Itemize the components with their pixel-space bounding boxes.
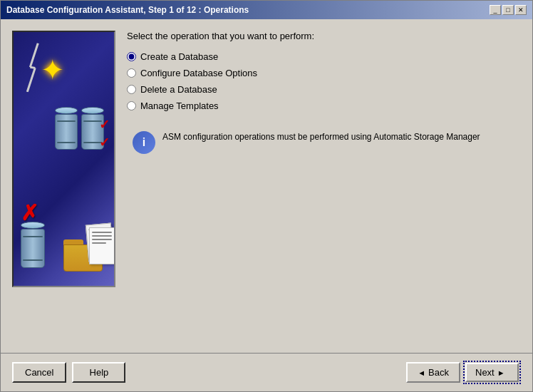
right-buttons: ◄ Back Next ► xyxy=(406,361,521,384)
option-create[interactable]: Create a Database xyxy=(127,51,521,62)
window-controls: _ □ ✕ xyxy=(490,5,527,15)
minimize-button[interactable]: _ xyxy=(490,5,501,15)
close-button[interactable]: ✕ xyxy=(515,5,527,15)
label-manage: Manage Templates xyxy=(140,100,219,111)
window-content: ✦ xyxy=(1,19,532,391)
image-panel: ✦ xyxy=(12,31,115,287)
title-bar: Database Configuration Assistant, Step 1… xyxy=(1,1,532,19)
next-label: Next xyxy=(475,367,495,378)
docs-icon xyxy=(90,231,115,268)
next-arrow-icon: ► xyxy=(497,368,505,377)
info-text: ASM configuration operations must be per… xyxy=(162,131,480,143)
barrel-group-top xyxy=(55,107,104,150)
next-button[interactable]: Next ► xyxy=(465,363,519,382)
main-window: Database Configuration Assistant, Step 1… xyxy=(0,0,533,392)
info-box: i ASM configuration operations must be p… xyxy=(127,125,521,160)
back-label: Back xyxy=(428,367,449,378)
left-buttons: Cancel Help xyxy=(12,362,125,383)
back-arrow-icon: ◄ xyxy=(418,368,425,377)
image-panel-inner: ✦ xyxy=(14,32,114,286)
next-button-wrapper: Next ► xyxy=(463,361,521,384)
barrel-with-x: ✗ xyxy=(21,215,45,268)
cancel-button[interactable]: Cancel xyxy=(12,362,66,383)
svg-line-2 xyxy=(27,68,35,93)
x-icon: ✗ xyxy=(21,200,38,225)
radio-manage[interactable] xyxy=(127,101,136,110)
option-manage[interactable]: Manage Templates xyxy=(127,100,521,111)
options-panel: Select the operation that you want to pe… xyxy=(127,31,521,341)
barrel-bottom xyxy=(21,222,45,268)
option-configure[interactable]: Configure Database Options xyxy=(127,68,521,78)
info-icon: i xyxy=(133,131,155,154)
radio-delete[interactable] xyxy=(127,85,136,94)
folder-docs-group xyxy=(63,239,103,272)
restore-button[interactable]: □ xyxy=(502,5,514,15)
checkmark-icon: ✓✓ xyxy=(99,116,110,152)
main-area: ✦ xyxy=(1,19,532,353)
label-create: Create a Database xyxy=(140,51,218,62)
label-delete: Delete a Database xyxy=(140,84,217,95)
star-icon: ✦ xyxy=(41,53,65,86)
radio-group: Create a Database Configure Database Opt… xyxy=(127,51,521,111)
barrel-1 xyxy=(55,107,78,150)
back-button[interactable]: ◄ Back xyxy=(406,362,460,383)
button-bar: Cancel Help ◄ Back Next ► xyxy=(1,354,532,391)
help-button[interactable]: Help xyxy=(72,362,125,383)
window-title: Database Configuration Assistant, Step 1… xyxy=(6,5,249,15)
radio-create[interactable] xyxy=(127,52,136,61)
label-configure: Configure Database Options xyxy=(140,68,257,78)
radio-configure[interactable] xyxy=(127,68,136,78)
instruction-text: Select the operation that you want to pe… xyxy=(127,31,521,41)
option-delete[interactable]: Delete a Database xyxy=(127,84,521,95)
svg-line-0 xyxy=(30,43,38,68)
